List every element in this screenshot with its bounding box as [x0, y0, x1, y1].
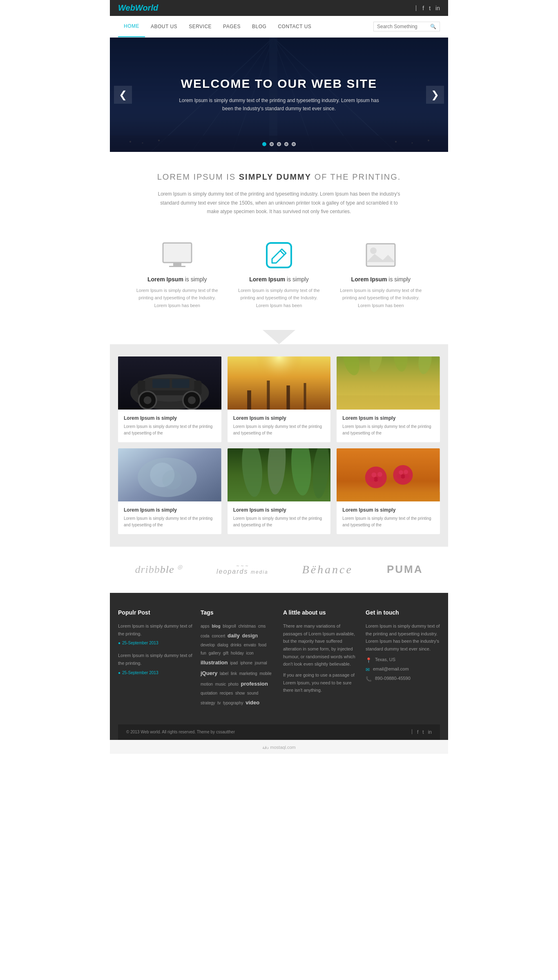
portfolio-item-4[interactable]: Lorem Ipsum is simply Lorem Ipsum is sim… [118, 448, 221, 534]
footer-tags-title: Tags [201, 609, 275, 616]
feature-1-title: Lorem Ipsum is simply [134, 276, 220, 283]
intro-heading-post: OF THE PRINTING. [311, 172, 401, 181]
portfolio-item-3[interactable]: Lorem Ipsum is simply Lorem Ipsum is sim… [337, 356, 440, 442]
clock-icon-2: ● [118, 670, 121, 675]
berry-svg [337, 448, 440, 501]
hero-title: WELCOME TO OUR WEB SITE [177, 77, 381, 91]
monitor-svg [161, 241, 194, 270]
image-svg [364, 242, 397, 268]
footer-email-text: email@email.com [373, 666, 409, 671]
brand-dribbble: dribbble ◎ [135, 564, 183, 576]
brand-puma: PUMA [387, 563, 423, 576]
email-icon: ✉ [366, 667, 370, 673]
portfolio-grid: Lorem Ipsum is simply Lorem Ipsum is sim… [118, 356, 440, 534]
search-icon: 🔍 [430, 24, 436, 29]
footer-phone-text: 890-09880-45590 [375, 676, 411, 681]
hero-section: ❮ WELCOME TO OUR WEB SITE Lorem Ipsum is… [110, 38, 448, 152]
nav-about[interactable]: ABOUT US [145, 16, 183, 37]
portfolio-item-4-content: Lorem Ipsum is simply Lorem Ipsum is sim… [118, 501, 221, 534]
portfolio-item-4-title: Lorem Ipsum is simply [124, 507, 216, 513]
footer-social-icons: ⏐ f t in [411, 729, 432, 735]
feature-2-title: Lorem Ipsum is simply [236, 276, 321, 283]
nav-home[interactable]: HOME [118, 16, 145, 37]
feature-3-desc: Lorem Ipsum is simply dummy text of the … [338, 287, 424, 310]
linkedin-icon-top[interactable]: in [435, 5, 440, 11]
svg-point-20 [370, 247, 377, 254]
portfolio-item-2-desc: Lorem Ipsum is simply dummy text of the … [233, 423, 325, 437]
intro-heading: LOREM IPSUM IS SIMPLY DUMMY OF THE PRINT… [126, 172, 432, 182]
footer-twitter-icon[interactable]: t [422, 729, 424, 735]
portfolio-item-1[interactable]: Lorem Ipsum is simply Lorem Ipsum is sim… [118, 356, 221, 442]
svg-point-63 [401, 474, 405, 479]
logo-web: Web [118, 3, 135, 12]
footer-linkedin-icon[interactable]: in [428, 729, 432, 735]
main-nav: HOME ABOUT US SERVICE PAGES BLOG CONTACT… [110, 16, 448, 38]
facebook-icon-top[interactable]: f [422, 5, 424, 11]
footer-copyright: © 2013 Web world. All rights reserved. T… [126, 730, 235, 734]
blur-svg [118, 448, 221, 501]
intro-text: Lorem Ipsum is simply dummy text of the … [156, 190, 402, 216]
footer-facebook-icon[interactable]: f [417, 729, 418, 735]
footer-contact-intro: Lorem Ipsum is simply dummy text of the … [366, 622, 440, 653]
footer-location-text: Texas, US [375, 657, 395, 662]
svg-rect-37 [304, 383, 306, 410]
watermark-bar: دقة mostaql.com [110, 740, 448, 754]
svg-point-47 [162, 470, 182, 490]
hero-prev-button[interactable]: ❮ [114, 86, 132, 104]
footer-grid: Populr Post Lorem Ipsum is simply dummy … [118, 609, 440, 720]
footer-section: Populr Post Lorem Ipsum is simply dummy … [110, 593, 448, 740]
rss-icon-top[interactable]: ⏐ [415, 5, 417, 11]
svg-point-59 [377, 477, 382, 482]
hero-dot-4[interactable] [284, 142, 288, 146]
hero-next-button[interactable]: ❯ [426, 86, 444, 104]
nav-blog[interactable]: BLOG [246, 16, 272, 37]
search-input[interactable] [377, 24, 430, 29]
intro-heading-pre: LOREM IPSUM IS [157, 172, 239, 181]
hero-dot-1[interactable] [262, 142, 266, 146]
hero-dot-5[interactable] [292, 142, 296, 146]
portfolio-item-2-title: Lorem Ipsum is simply [233, 415, 325, 421]
logo-world: World [135, 3, 158, 12]
nav-contact[interactable]: CONTACT US [272, 16, 317, 37]
footer-bottom: © 2013 Web world. All rights reserved. T… [118, 724, 440, 740]
footer-about-text: There are many variations of passages of… [283, 622, 357, 668]
footer-post-2-date: ● 25-September 2013 [118, 670, 192, 675]
footer-popular-post-title: Populr Post [118, 609, 192, 616]
hero-dot-3[interactable] [277, 142, 281, 146]
wheat-svg [337, 356, 440, 410]
hero-dots [262, 142, 296, 146]
feature-2-title-rest: is simply [285, 276, 309, 283]
brands-section: dribbble ◎ ∼∼∼ leopards media Bëhance PU… [110, 546, 448, 593]
portfolio-item-4-desc: Lorem Ipsum is simply dummy text of the … [124, 515, 216, 528]
footer-about: A little about us There are many variati… [283, 609, 357, 708]
svg-point-61 [399, 470, 404, 474]
feature-2-desc: Lorem Ipsum is simply dummy text of the … [236, 287, 321, 310]
svg-point-62 [404, 470, 408, 474]
portfolio-item-5-desc: Lorem Ipsum is simply dummy text of the … [233, 515, 325, 528]
portfolio-item-2[interactable]: Lorem Ipsum is simply Lorem Ipsum is sim… [228, 356, 331, 442]
hero-dot-2[interactable] [270, 142, 274, 146]
portfolio-item-6[interactable]: Lorem Ipsum is simply Lorem Ipsum is sim… [337, 448, 440, 534]
nav-links: HOME ABOUT US SERVICE PAGES BLOG CONTACT… [118, 16, 317, 37]
footer-contact-location: 📍 Texas, US [366, 657, 440, 663]
portfolio-item-5[interactable]: Lorem Ipsum is simply Lorem Ipsum is sim… [228, 448, 331, 534]
portfolio-section: Lorem Ipsum is simply Lorem Ipsum is sim… [110, 344, 448, 546]
twitter-icon-top[interactable]: t [429, 5, 431, 11]
footer-tags-content: apps blog blogroll christmas cms coda co… [201, 622, 275, 708]
portfolio-item-1-title: Lorem Ipsum is simply [124, 415, 216, 421]
svg-point-56 [377, 472, 382, 477]
feature-2: Lorem Ipsum is simply Lorem Ipsum is sim… [228, 241, 330, 310]
nav-pages[interactable]: PAGES [217, 16, 246, 37]
triangle-divider [110, 330, 448, 344]
feature-3-title-bold: Lorem Ipsum [351, 276, 387, 283]
svg-point-64 [397, 474, 402, 479]
svg-rect-17 [169, 266, 185, 267]
footer-contact-title: Get in touch [366, 609, 440, 616]
nav-service[interactable]: SERVICE [183, 16, 217, 37]
portfolio-item-6-desc: Lorem Ipsum is simply dummy text of the … [342, 515, 434, 528]
feature-1-title-bold: Lorem Ipsum [147, 276, 183, 283]
footer-rss-icon[interactable]: ⏐ [411, 729, 413, 735]
watermark-text: دقة mostaql.com [262, 745, 295, 750]
feature-3-title-rest: is simply [387, 276, 411, 283]
portfolio-item-3-content: Lorem Ipsum is simply Lorem Ipsum is sim… [337, 410, 440, 442]
